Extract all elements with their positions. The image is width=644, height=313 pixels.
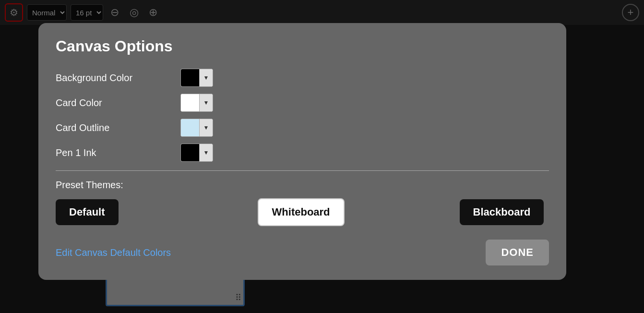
- card-outline-label: Card Outline: [56, 122, 180, 133]
- preset-blackboard-button[interactable]: Blackboard: [460, 199, 544, 225]
- pen1-ink-label: Pen 1 Ink: [56, 147, 180, 158]
- preset-buttons-row: Default Whiteboard Blackboard: [56, 198, 549, 226]
- card-outline-selector[interactable]: ▼: [180, 119, 213, 137]
- card-color-row: Card Color ▼: [56, 94, 549, 112]
- canvas-options-modal: Canvas Options Background Color ▼ Card C…: [38, 23, 566, 280]
- edit-canvas-default-colors-button[interactable]: Edit Canvas Default Colors: [56, 247, 171, 258]
- card-outline-swatch: [181, 119, 199, 136]
- card-color-selector[interactable]: ▼: [180, 94, 213, 112]
- card-color-swatch: [181, 94, 199, 111]
- done-button[interactable]: DONE: [486, 240, 549, 265]
- modal-footer: Edit Canvas Default Colors DONE: [56, 240, 549, 265]
- background-color-row: Background Color ▼: [56, 69, 549, 87]
- background-color-label: Background Color: [56, 72, 180, 84]
- pen1-ink-row: Pen 1 Ink ▼: [56, 144, 549, 162]
- pen1-ink-chevron-icon: ▼: [199, 144, 213, 161]
- pen1-ink-swatch: [181, 144, 199, 161]
- background-color-swatch: [181, 69, 199, 86]
- preset-whiteboard-button[interactable]: Whiteboard: [258, 198, 345, 226]
- background-color-selector[interactable]: ▼: [180, 69, 213, 87]
- divider: [56, 170, 549, 171]
- modal-overlay: Canvas Options Background Color ▼ Card C…: [0, 0, 644, 313]
- modal-title: Canvas Options: [56, 37, 549, 55]
- pen1-ink-selector[interactable]: ▼: [180, 144, 213, 162]
- preset-default-button[interactable]: Default: [56, 199, 119, 225]
- preset-themes-label: Preset Themes:: [56, 180, 549, 191]
- card-color-label: Card Color: [56, 97, 180, 108]
- card-outline-row: Card Outline ▼: [56, 119, 549, 137]
- background-color-chevron-icon: ▼: [199, 69, 213, 86]
- card-outline-chevron-icon: ▼: [199, 119, 213, 136]
- card-color-chevron-icon: ▼: [199, 94, 213, 111]
